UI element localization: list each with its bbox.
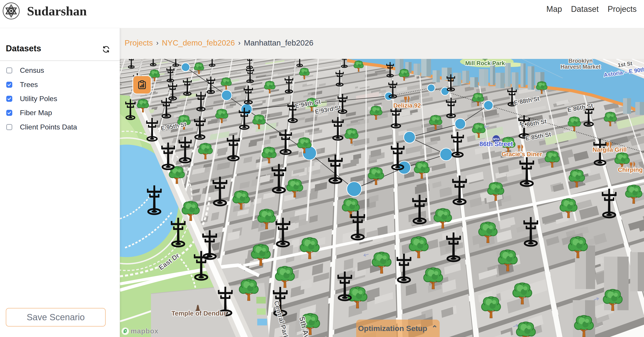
svg-text:Harvest Market: Harvest Market	[560, 64, 601, 70]
svg-text:Brooklyn: Brooklyn	[568, 59, 593, 64]
svg-text:86th Street: 86th Street	[480, 140, 513, 148]
svg-text:Chirping C: Chirping C	[618, 166, 644, 173]
svg-text:Gracie's Diner: Gracie's Diner	[502, 151, 542, 158]
svg-text:Delizia 92: Delizia 92	[393, 102, 421, 109]
svg-text:Mill Rock Park: Mill Rock Park	[465, 60, 505, 66]
svg-text:Temple of Dendur: Temple of Dendur	[172, 310, 226, 317]
svg-text:Nargila Grill: Nargila Grill	[592, 146, 626, 153]
